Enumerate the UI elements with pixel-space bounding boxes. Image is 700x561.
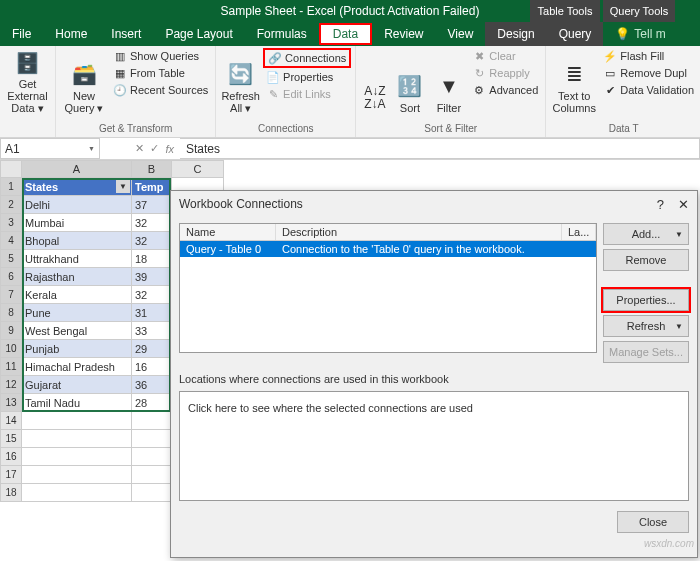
row-header[interactable]: 18: [0, 484, 22, 502]
cell-temp[interactable]: 36: [132, 376, 172, 394]
name-box[interactable]: A1▼: [0, 138, 100, 159]
data-validation-button[interactable]: ✔Data Validation: [600, 82, 697, 98]
remove-button[interactable]: Remove: [603, 249, 689, 271]
sort-button[interactable]: 🔢Sort: [391, 48, 428, 114]
edit-links-button[interactable]: ✎Edit Links: [263, 86, 351, 102]
cell-state[interactable]: Punjab: [22, 340, 132, 358]
row-header[interactable]: 14: [0, 412, 22, 430]
tab-home[interactable]: Home: [43, 22, 99, 46]
tab-query[interactable]: Query: [547, 22, 604, 46]
from-table-button[interactable]: ▦From Table: [110, 65, 211, 81]
row-header[interactable]: 17: [0, 466, 22, 484]
cell[interactable]: [132, 430, 172, 448]
cell-state[interactable]: Himachal Pradesh: [22, 358, 132, 376]
cell-temp[interactable]: 16: [132, 358, 172, 376]
show-queries-button[interactable]: ▥Show Queries: [110, 48, 211, 64]
cell-temp[interactable]: 37: [132, 196, 172, 214]
row-header[interactable]: 11: [0, 358, 22, 376]
close-button[interactable]: Close: [617, 511, 689, 533]
cell-temp[interactable]: 18: [132, 250, 172, 268]
cell-temp[interactable]: 32: [132, 214, 172, 232]
cell-state[interactable]: West Bengal: [22, 322, 132, 340]
refresh-all-button[interactable]: 🔄 Refresh All ▾: [220, 48, 261, 114]
cell-temp[interactable]: 31: [132, 304, 172, 322]
row-header[interactable]: 6: [0, 268, 22, 286]
flash-fill-button[interactable]: ⚡Flash Fill: [600, 48, 697, 64]
close-icon[interactable]: ✕: [678, 197, 689, 212]
cell-temp[interactable]: 29: [132, 340, 172, 358]
cell[interactable]: [132, 412, 172, 430]
text-to-columns-button[interactable]: ≣Text to Columns: [550, 48, 598, 114]
refresh-button[interactable]: Refresh▼: [603, 315, 689, 337]
cancel-icon[interactable]: ✕: [135, 142, 144, 155]
cell-state[interactable]: Uttrakhand: [22, 250, 132, 268]
row-header[interactable]: 7: [0, 286, 22, 304]
clear-button[interactable]: ✖Clear: [469, 48, 541, 64]
remove-dup-button[interactable]: ▭Remove Dupl: [600, 65, 697, 81]
cell-temp[interactable]: 32: [132, 286, 172, 304]
cell-state[interactable]: Gujarat: [22, 376, 132, 394]
row-header[interactable]: 13: [0, 394, 22, 412]
cell[interactable]: [22, 448, 132, 466]
recent-sources-button[interactable]: 🕘Recent Sources: [110, 82, 211, 98]
cell[interactable]: [22, 412, 132, 430]
cell[interactable]: [132, 466, 172, 484]
tab-design[interactable]: Design: [485, 22, 546, 46]
table-header-states[interactable]: States▼: [22, 178, 132, 196]
cell-state[interactable]: Bhopal: [22, 232, 132, 250]
cell[interactable]: [22, 430, 132, 448]
cell-temp[interactable]: 33: [132, 322, 172, 340]
cell[interactable]: [132, 448, 172, 466]
col-header-a[interactable]: A: [22, 160, 132, 178]
tab-formulas[interactable]: Formulas: [245, 22, 319, 46]
col-header-b[interactable]: B: [132, 160, 172, 178]
tell-me[interactable]: 💡Tell m: [603, 22, 677, 46]
sort-az-button[interactable]: A↓ZZ↓A: [360, 48, 389, 114]
cell-temp[interactable]: 32: [132, 232, 172, 250]
row-header[interactable]: 10: [0, 340, 22, 358]
row-header[interactable]: 15: [0, 430, 22, 448]
select-all-corner[interactable]: [0, 160, 22, 178]
row-header[interactable]: 4: [0, 232, 22, 250]
properties-button[interactable]: Properties...: [603, 289, 689, 311]
row-header[interactable]: 16: [0, 448, 22, 466]
reapply-button[interactable]: ↻Reapply: [469, 65, 541, 81]
filter-dropdown-icon[interactable]: ▼: [116, 179, 130, 193]
cell-temp[interactable]: 28: [132, 394, 172, 412]
row-header[interactable]: 1: [0, 178, 22, 196]
table-header-temp[interactable]: Temp: [132, 178, 172, 196]
cell-temp[interactable]: 39: [132, 268, 172, 286]
fx-icon[interactable]: fx: [165, 143, 174, 155]
cell-state[interactable]: Rajasthan: [22, 268, 132, 286]
add-button[interactable]: Add...▼: [603, 223, 689, 245]
cell-state[interactable]: Pune: [22, 304, 132, 322]
filter-button[interactable]: ▼Filter: [430, 48, 467, 114]
cell[interactable]: [22, 484, 132, 502]
tab-data[interactable]: Data: [319, 23, 372, 45]
cell-state[interactable]: Kerala: [22, 286, 132, 304]
properties-button[interactable]: 📄Properties: [263, 69, 351, 85]
advanced-button[interactable]: ⚙Advanced: [469, 82, 541, 98]
tab-file[interactable]: File: [0, 22, 43, 46]
get-external-data-button[interactable]: 🗄️ Get External Data ▾: [4, 48, 51, 114]
connections-list[interactable]: Name Description La... Query - Table 0 C…: [179, 223, 597, 353]
connections-button[interactable]: 🔗Connections: [263, 48, 351, 68]
tab-view[interactable]: View: [436, 22, 486, 46]
tab-insert[interactable]: Insert: [99, 22, 153, 46]
cell[interactable]: [22, 466, 132, 484]
cell-state[interactable]: Mumbai: [22, 214, 132, 232]
row-header[interactable]: 5: [0, 250, 22, 268]
cell[interactable]: [132, 484, 172, 502]
row-header[interactable]: 8: [0, 304, 22, 322]
tab-review[interactable]: Review: [372, 22, 435, 46]
check-icon[interactable]: ✓: [150, 142, 159, 155]
row-header[interactable]: 3: [0, 214, 22, 232]
row-header[interactable]: 9: [0, 322, 22, 340]
tab-page-layout[interactable]: Page Layout: [153, 22, 244, 46]
col-header-c[interactable]: C: [172, 160, 224, 178]
cell-state[interactable]: Tamil Nadu: [22, 394, 132, 412]
locations-pane[interactable]: Click here to see where the selected con…: [179, 391, 689, 501]
cell-state[interactable]: Delhi: [22, 196, 132, 214]
help-icon[interactable]: ?: [657, 197, 664, 212]
row-header[interactable]: 12: [0, 376, 22, 394]
